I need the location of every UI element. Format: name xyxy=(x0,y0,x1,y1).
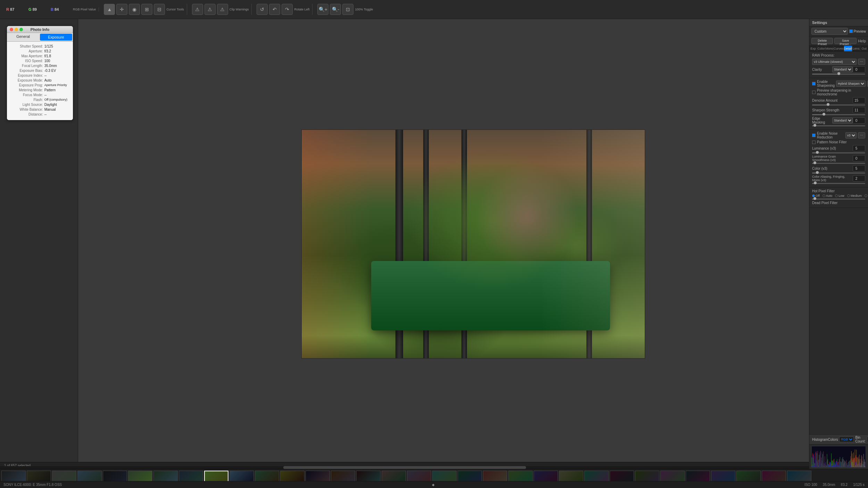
sharpening-checkbox[interactable] xyxy=(812,82,816,85)
rotate-left-btn[interactable]: ↶ xyxy=(269,4,280,15)
flash-row: Flash: Off (compulsory) xyxy=(10,98,70,102)
tab-out[interactable]: Out xyxy=(860,46,868,51)
photo-scene xyxy=(302,130,645,358)
rb-auto[interactable] xyxy=(823,194,825,197)
cursor-tool-arrow[interactable]: ▲ xyxy=(104,4,115,15)
hot-pixel-medium[interactable]: Medium xyxy=(847,194,862,197)
hot-pixel-strong[interactable]: Strong xyxy=(865,194,868,197)
zoom-out-btn[interactable]: 🔍- xyxy=(330,4,341,15)
rb-low[interactable] xyxy=(835,194,838,197)
rb-off[interactable] xyxy=(812,194,815,197)
clarity-slider[interactable] xyxy=(812,74,865,75)
cursor-tool-loupe[interactable]: ◉ xyxy=(129,4,140,15)
scroll-bar[interactable] xyxy=(0,466,809,469)
color-nr-input[interactable] xyxy=(853,165,865,171)
cursor-tool-extra2[interactable]: ⊟ xyxy=(154,4,165,15)
noise-reduction-version-dropdown[interactable]: v3 xyxy=(845,132,857,138)
color-aliasing-slider[interactable] xyxy=(812,183,865,184)
shutter-speed-row: Shutter Speed: 1/125 xyxy=(10,44,70,48)
noise-reduction-checkbox[interactable] xyxy=(812,134,816,137)
luminance-input[interactable] xyxy=(853,145,865,151)
close-btn[interactable] xyxy=(10,28,13,31)
denoise-amount-label: Denoise Amount xyxy=(812,99,853,102)
edge-masking-input[interactable] xyxy=(853,117,865,124)
zoom-toggle-btn[interactable]: ⊡ xyxy=(342,4,353,15)
pattern-noise-checkbox[interactable] xyxy=(812,141,816,144)
preset-dropdown[interactable]: Custom xyxy=(811,28,848,35)
colors-dropdown[interactable]: RGB xyxy=(839,437,854,442)
shutter-speed-value: 1/125 xyxy=(43,44,70,48)
camera-info: SONY ILCE-6000: E 35mm F1.8 OSS xyxy=(3,483,62,487)
preview-checkbox[interactable] xyxy=(849,30,853,33)
tab-color[interactable]: Color xyxy=(817,46,825,51)
denoise-amount-row: Denoise Amount xyxy=(812,97,865,103)
sharpening-section: Enable Sharpening Hybrid Sharpen ⋯ Previ… xyxy=(809,78,868,130)
luminance-grain-slider-thumb xyxy=(813,161,816,164)
enable-sharpening-label: Enable Sharpening xyxy=(817,80,835,87)
denoise-slider-thumb xyxy=(827,103,829,106)
cursor-tool-crosshair[interactable]: ✛ xyxy=(116,4,127,15)
image-viewer[interactable] xyxy=(78,19,868,469)
clarity-dropdown[interactable]: Standard xyxy=(832,66,853,73)
save-preset-btn[interactable]: Save Preset... xyxy=(834,38,857,44)
hot-pixel-off[interactable]: Off xyxy=(812,194,820,197)
minimize-btn[interactable] xyxy=(15,28,18,31)
noise-reduction-btn[interactable]: ⋯ xyxy=(858,132,865,138)
tab-general[interactable]: General xyxy=(7,33,39,41)
color-nr-row: Color (v3) xyxy=(812,165,865,171)
tab-curves[interactable]: Curves xyxy=(834,46,844,51)
colors-label: Colors xyxy=(828,438,838,441)
focus-mode-row: Focus Mode: -- xyxy=(10,93,70,97)
sharpen-strength-input[interactable] xyxy=(853,107,865,113)
color-nr-slider[interactable] xyxy=(812,173,865,174)
rb-strong[interactable] xyxy=(865,194,867,197)
luminance-row: Luminance (v3) xyxy=(812,145,865,151)
tab-exp[interactable]: Exp xyxy=(809,46,817,51)
preview-mono-checkbox[interactable] xyxy=(812,91,816,94)
tab-detail[interactable]: Detail xyxy=(844,46,852,51)
raw-process-btn[interactable]: ⋯ xyxy=(858,59,865,65)
white-balance-label: White Balance: xyxy=(10,108,43,111)
luminance-slider[interactable] xyxy=(812,152,865,153)
rotate-right-btn[interactable]: ↷ xyxy=(282,4,293,15)
denoise-slider[interactable] xyxy=(812,104,865,106)
clip-warning-btn2[interactable]: ⚠ xyxy=(205,4,216,15)
scroll-thumb[interactable] xyxy=(283,466,526,469)
luminance-grain-input[interactable] xyxy=(853,155,865,161)
rb-medium[interactable] xyxy=(847,194,850,197)
sharpening-type-dropdown[interactable]: Hybrid Sharpen xyxy=(836,81,866,87)
tab-mono[interactable]: Mono xyxy=(825,46,834,51)
preview-check[interactable]: Preview xyxy=(849,30,866,33)
clip-warning-btn3[interactable]: ⚠ xyxy=(217,4,228,15)
refresh-btn[interactable]: ↺ xyxy=(257,4,268,15)
clarity-input[interactable] xyxy=(853,66,865,73)
enable-noise-reduction-row: Enable Noise Reduction v3 ⋯ xyxy=(812,132,865,139)
hot-pixel-low[interactable]: Low xyxy=(835,194,844,197)
cursor-tool-extra1[interactable]: ⊞ xyxy=(141,4,152,15)
light-source-row: Light Source: Daylight xyxy=(10,103,70,107)
help-btn[interactable]: Help xyxy=(858,39,866,43)
hot-pixel-auto[interactable]: Auto xyxy=(823,194,833,197)
zoom-in-btn[interactable]: 🔍+ xyxy=(317,4,328,15)
photo-info-title: Photo Info xyxy=(31,27,49,32)
max-aperture-row: Max Aperture: f/1.8 xyxy=(10,54,70,58)
maximize-btn[interactable] xyxy=(19,28,23,31)
sharpen-slider[interactable] xyxy=(812,114,865,115)
edge-masking-dropdown[interactable]: Standard xyxy=(832,117,853,124)
edge-masking-slider[interactable] xyxy=(812,125,865,126)
clip-warning-btn1[interactable]: ⚠ xyxy=(192,4,203,15)
raw-process-dropdown[interactable]: v3 Ultimate (slowest) xyxy=(812,59,857,65)
luminance-grain-slider[interactable] xyxy=(812,163,865,164)
shutter-display: 1/125 s xyxy=(853,483,865,487)
hot-pixel-slider[interactable] xyxy=(812,199,865,200)
hot-pixel-slider-thumb xyxy=(813,197,816,200)
light-source-value: Daylight xyxy=(43,103,70,107)
delete-preset-btn[interactable]: Delete Preset xyxy=(811,38,833,44)
tab-lens[interactable]: Lens xyxy=(852,46,860,51)
color-aliasing-input[interactable] xyxy=(853,175,865,182)
main-photo xyxy=(301,129,645,359)
planter-box xyxy=(371,261,610,330)
zoom-label: 100% Toggle xyxy=(355,8,373,11)
denoise-amount-input[interactable] xyxy=(853,97,865,103)
tab-exposure[interactable]: Exposure xyxy=(40,34,72,41)
